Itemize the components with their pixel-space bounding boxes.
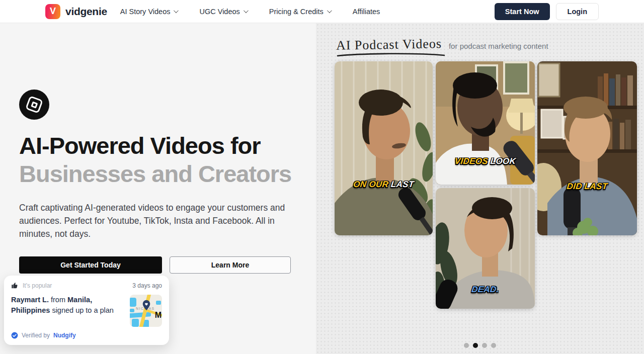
nav-label: Affiliates [353,8,380,16]
vidgenie-logo-icon: V [45,4,60,19]
from-word: from [51,296,65,304]
caption-part-b: LAST [390,180,415,189]
nav-label: AI Story Videos [120,8,171,16]
notification-badge: It's popular [23,282,52,289]
showcase-title: AI Podcast Videos [336,36,442,53]
social-proof-notification: It's popular 3 days ago Raymart L. from … [4,276,169,345]
video-caption: DEAD. [436,285,535,295]
brand-logo[interactable]: V vidgenie [45,4,107,19]
verified-text: Verified by [22,332,50,339]
nav-label: Pricing & Credits [269,8,324,16]
podcast-photo-man-olive-shirt [335,61,433,235]
map-thumbnail: NIC LAS M [130,295,162,327]
start-now-button[interactable]: Start Now [495,3,550,20]
map-pin-icon [142,300,151,311]
thumbs-up-icon [11,282,19,289]
get-started-button[interactable]: Get Started Today [19,256,162,274]
notification-message: Raymart L. from Manila, Philippines sign… [11,295,125,327]
carousel-dot-4[interactable] [491,343,496,348]
notification-timestamp: 3 days ago [132,282,162,289]
hero-section: AI-Powered Videos for Businesses and Cre… [0,23,316,354]
login-button[interactable]: Login [556,3,599,20]
showcase-subtitle: for podcast marketing content [449,42,548,53]
carousel-dots [464,343,496,348]
learn-more-button[interactable]: Learn More [170,256,291,274]
nudgify-link[interactable]: Nudgify [53,332,76,339]
chevron-down-icon [327,8,332,13]
video-caption: DID LAST [537,182,637,192]
nav-label: UGC Videos [199,8,239,16]
podcast-photo-man-blue-shirt [537,61,637,235]
brand-name: vidgenie [65,6,107,18]
caption-part-a: DID LAST [567,182,608,191]
caption-part-a: ON OUR [353,180,391,189]
video-thumbnail-1[interactable]: ON OUR LAST [335,61,433,235]
carousel-dot-3[interactable] [482,343,487,348]
title-gray-part: Businesses and Creators [19,160,291,187]
verified-check-icon [11,332,18,339]
video-thumbnail-4[interactable]: DEAD. [436,188,535,309]
carousel-dot-1[interactable] [464,343,469,348]
diamond-logo-icon [19,90,49,120]
main-nav: AI Story Videos UGC Videos Pricing & Cre… [120,8,380,16]
caption-part-a: DEAD. [471,285,499,294]
caption-part-a: VIDEOS [454,156,491,166]
video-caption: VIDEOS LOOK [436,156,535,166]
action-text: signed up to a plan [52,306,114,314]
underline-stroke [336,52,446,57]
nav-affiliates[interactable]: Affiliates [353,8,380,16]
header: V vidgenie AI Story Videos UGC Videos Pr… [0,0,644,23]
video-showcase-panel: AI Podcast Videos for podcast marketing … [316,23,644,354]
user-name: Raymart L. [11,296,49,304]
chevron-down-icon [244,8,249,13]
hero-description: Craft captivating AI-generated videos to… [19,201,293,240]
video-caption: ON OUR LAST [335,180,433,190]
chevron-down-icon [174,8,179,13]
nav-ugc-videos[interactable]: UGC Videos [199,8,247,16]
nav-ai-story-videos[interactable]: AI Story Videos [120,8,178,16]
caption-part-b: LOOK [490,156,516,166]
video-thumbnail-3[interactable]: DID LAST [537,61,637,235]
title-dark-part: AI-Powered Videos for [19,132,261,159]
carousel-dot-2-active[interactable] [473,343,478,348]
video-thumbnail-2[interactable]: VIDEOS LOOK [436,61,535,185]
page-title: AI-Powered Videos for Businesses and Cre… [19,132,295,188]
map-letter: M [155,311,162,320]
nav-pricing-credits[interactable]: Pricing & Credits [269,8,331,16]
